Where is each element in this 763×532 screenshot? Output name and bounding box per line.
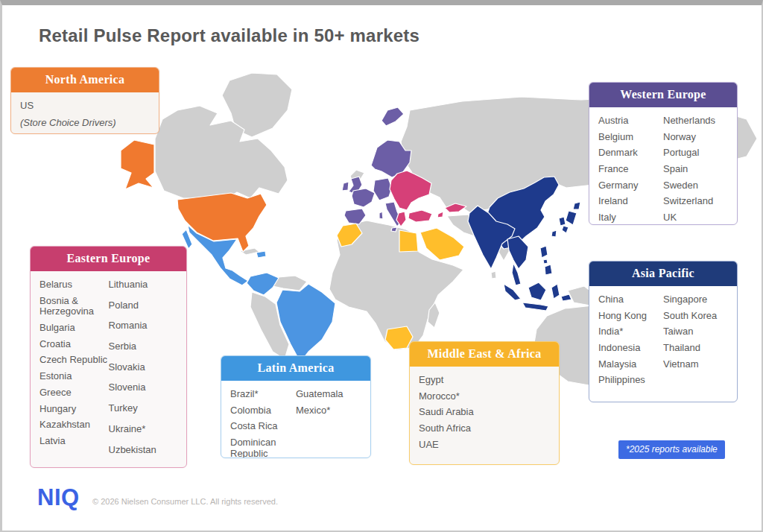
country-item: France: [598, 164, 663, 175]
region-box-north-america: North America US (Store Choice Drivers): [10, 67, 159, 134]
country-item: Netherlands: [663, 115, 728, 127]
region-body-western-europe: AustriaBelgiumDenmarkFranceGermanyIrelan…: [589, 107, 737, 225]
country-item: Germany: [598, 180, 663, 191]
country-item: Guatemala: [296, 389, 361, 400]
country-column: EgyptMorocco*Saudi ArabiaSouth AfricaUAE: [419, 375, 550, 455]
country-item: Colombia: [230, 405, 296, 417]
region-box-asia-pacific: Asia Pacific ChinaHong KongIndia*Indones…: [589, 261, 738, 402]
country-item: Belgium: [598, 132, 663, 143]
country-item: Morocco*: [419, 391, 550, 402]
country-item: Croatia: [39, 339, 109, 350]
country-item: Portugal: [663, 148, 728, 159]
country-item: Egypt: [419, 375, 550, 386]
country-item: Bulgaria: [39, 323, 109, 334]
country-item: Indonesia: [598, 343, 663, 354]
country-item: China: [598, 294, 663, 305]
country-item: Sweden: [663, 180, 728, 191]
region-header-middle-east-africa: Middle East & Africa: [410, 342, 559, 367]
country-item: Mexico*: [296, 405, 361, 417]
country-item: US: [20, 101, 150, 112]
country-column: Brazil*ColombiaCosta RicaDominican Repub…: [230, 389, 296, 458]
country-item: Ukraine*: [109, 424, 178, 435]
country-item: Slovakia: [109, 362, 178, 373]
region-header-eastern-europe: Eastern Europe: [31, 247, 186, 271]
country-item: Estonia: [39, 371, 109, 382]
country-item: South Africa: [419, 423, 550, 434]
country-item: Uzbekistan: [109, 445, 178, 456]
country-item: Taiwan: [663, 326, 728, 338]
region-header-western-europe: Western Europe: [589, 83, 737, 107]
niq-logo: NIQ: [37, 484, 80, 511]
north-america-note: (Store Choice Drivers): [20, 117, 150, 128]
country-column: NetherlandsNorwayPortugalSpainSwedenSwit…: [663, 115, 728, 225]
country-item: South Korea: [663, 311, 728, 322]
country-item: India*: [598, 326, 663, 338]
region-body-eastern-europe: BelarusBosnia & HerzegovinaBulgariaCroat…: [31, 271, 186, 468]
copyright-text: © 2026 Nielsen Consumer LLC. All rights …: [92, 497, 278, 506]
country-item: Italy: [598, 212, 663, 224]
region-header-latin-america: Latin America: [221, 356, 370, 381]
country-item: UAE: [419, 440, 550, 451]
country-item: Saudi Arabia: [419, 407, 550, 418]
country-column: BelarusBosnia & HerzegovinaBulgariaCroat…: [39, 279, 109, 465]
country-item: Spain: [663, 164, 728, 175]
country-item: Austria: [598, 115, 663, 127]
country-item: Thailand: [663, 343, 728, 354]
country-column: LithuaniaPolandRomaniaSerbiaSlovakiaSlov…: [109, 279, 178, 465]
country-item: Singapore: [663, 294, 728, 305]
region-header-north-america: North America: [11, 68, 159, 92]
country-item: Hong Kong: [598, 311, 663, 322]
country-item: Latvia: [39, 436, 109, 447]
country-item: Denmark: [598, 148, 663, 159]
country-item: Belarus: [39, 279, 109, 291]
country-item: Norway: [663, 132, 728, 143]
region-body-middle-east-africa: EgyptMorocco*Saudi ArabiaSouth AfricaUAE: [410, 367, 559, 460]
page-title: Retail Pulse Report available in 50+ mar…: [39, 25, 420, 46]
country-item: Hungary: [39, 404, 109, 415]
country-item: Serbia: [109, 341, 178, 352]
country-item: Ireland: [598, 196, 663, 207]
country-column: AustriaBelgiumDenmarkFranceGermanyIrelan…: [598, 115, 663, 225]
country-item: Vietnam: [663, 359, 728, 370]
country-item: Philippines: [598, 375, 663, 386]
country-item: Slovenia: [109, 382, 178, 393]
country-item: Kazakhstan: [39, 419, 109, 431]
country-item: Dominican Republic: [230, 437, 296, 458]
country-item: Romania: [109, 320, 178, 332]
country-column: GuatemalaMexico*: [296, 389, 361, 458]
map-region-latin-america: [182, 225, 335, 362]
country-item: Czech Republic: [39, 355, 109, 366]
country-item: Poland: [109, 300, 178, 311]
country-item: Greece: [39, 387, 109, 399]
country-item: Lithuania: [109, 279, 178, 291]
country-item: Brazil*: [230, 389, 296, 400]
country-item: Turkey: [109, 403, 178, 414]
reports-available-badge: *2025 reports available: [618, 440, 725, 459]
region-box-latin-america: Latin America Brazil*ColombiaCosta RicaD…: [221, 355, 371, 458]
region-box-western-europe: Western Europe AustriaBelgiumDenmarkFran…: [589, 82, 738, 225]
region-box-eastern-europe: Eastern Europe BelarusBosnia & Herzegovi…: [30, 246, 187, 468]
country-item: Malaysia: [598, 359, 663, 370]
country-item: UK: [663, 212, 728, 224]
country-item: Costa Rica: [230, 421, 296, 432]
region-header-asia-pacific: Asia Pacific: [589, 262, 737, 286]
region-body-north-america: US (Store Choice Drivers): [11, 92, 159, 133]
region-body-latin-america: Brazil*ColombiaCosta RicaDominican Repub…: [221, 381, 370, 458]
region-box-middle-east-africa: Middle East & Africa EgyptMorocco*Saudi …: [409, 341, 560, 465]
region-body-asia-pacific: ChinaHong KongIndia*IndonesiaMalaysiaPhi…: [589, 286, 737, 396]
country-column: ChinaHong KongIndia*IndonesiaMalaysiaPhi…: [598, 294, 663, 391]
country-item: Bosnia & Herzegovina: [39, 296, 109, 317]
country-column: SingaporeSouth KoreaTaiwanThailandVietna…: [663, 294, 728, 391]
country-item: Switzerland: [663, 196, 728, 207]
